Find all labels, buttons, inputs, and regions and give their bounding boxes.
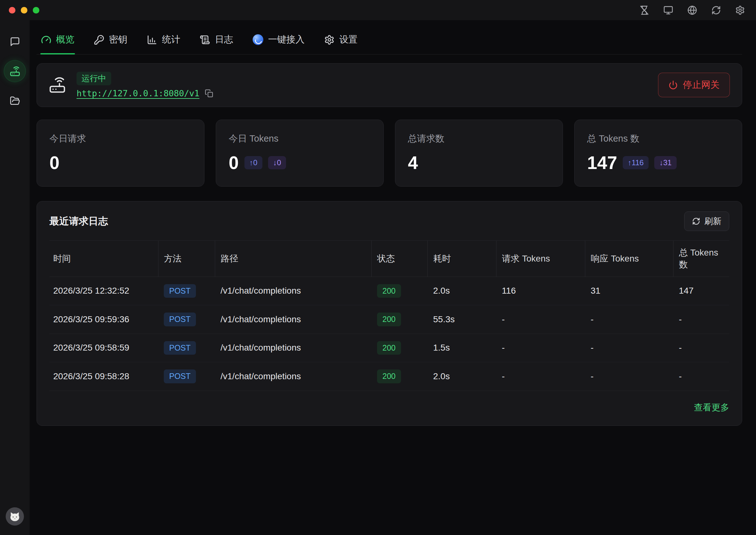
logs-header: 最近请求日志 刷新 bbox=[49, 211, 729, 231]
tab-keys[interactable]: 密钥 bbox=[93, 33, 128, 54]
gear-icon bbox=[735, 5, 745, 15]
hourglass-off-icon bbox=[639, 5, 649, 15]
cell-path: /v1/chat/completions bbox=[215, 334, 371, 362]
tab-settings[interactable]: 设置 bbox=[323, 33, 358, 54]
cell-method: POST bbox=[158, 334, 215, 362]
cell-time: 2026/3/25 09:58:59 bbox=[49, 334, 158, 362]
tab-overview[interactable]: 概览 bbox=[40, 33, 75, 54]
sidebar bbox=[0, 20, 30, 535]
col-time: 时间 bbox=[49, 240, 158, 277]
tab-stats[interactable]: 统计 bbox=[146, 33, 181, 54]
cell-res-tokens: - bbox=[585, 305, 673, 334]
user-avatar[interactable] bbox=[6, 507, 24, 525]
cell-res-tokens: - bbox=[585, 334, 673, 362]
minimize-window-button[interactable] bbox=[21, 7, 27, 14]
cell-path: /v1/chat/completions bbox=[215, 305, 371, 334]
method-badge: POST bbox=[164, 370, 196, 383]
stat-label: 今日请求 bbox=[49, 132, 192, 145]
log-table-row[interactable]: 2026/3/25 09:58:28 POST /v1/chat/complet… bbox=[49, 362, 729, 391]
cell-path: /v1/chat/completions bbox=[215, 277, 371, 305]
stat-value: 0 bbox=[49, 154, 60, 172]
log-table-row[interactable]: 2026/3/25 09:59:36 POST /v1/chat/complet… bbox=[49, 305, 729, 334]
bar-chart-icon bbox=[147, 35, 157, 45]
gateway-status-left: 运行中 http://127.0.0.1:8080/v1 bbox=[49, 72, 658, 99]
main-content: 概览 密钥 统计 日志 一键接入 bbox=[30, 20, 756, 535]
refresh-label: 刷新 bbox=[704, 215, 721, 227]
cell-res-tokens: 31 bbox=[585, 277, 673, 305]
logs-icon bbox=[200, 35, 210, 45]
status-code-badge: 200 bbox=[377, 313, 401, 326]
tab-label: 密钥 bbox=[109, 33, 127, 46]
stat-value: 0 bbox=[229, 154, 239, 172]
sidebar-item-chat[interactable] bbox=[6, 33, 24, 50]
folder-open-icon bbox=[10, 96, 20, 106]
stat-card-today-requests: 今日请求 0 bbox=[37, 120, 204, 186]
app-logo-icon bbox=[253, 34, 263, 45]
hourglass-off-button[interactable] bbox=[639, 5, 650, 15]
cell-duration: 1.5s bbox=[428, 334, 496, 362]
message-square-icon bbox=[10, 37, 20, 47]
app-settings-button[interactable] bbox=[735, 5, 745, 15]
cell-total-tokens: - bbox=[673, 305, 729, 334]
app-window: 概览 密钥 统计 日志 一键接入 bbox=[0, 0, 756, 535]
cell-path: /v1/chat/completions bbox=[215, 362, 371, 391]
cell-req-tokens: 116 bbox=[496, 277, 585, 305]
titlebar-actions bbox=[639, 5, 745, 15]
cell-total-tokens: 147 bbox=[673, 277, 729, 305]
stat-value: 4 bbox=[408, 154, 418, 172]
cat-avatar-icon bbox=[8, 510, 22, 523]
tab-quick-connect[interactable]: 一键接入 bbox=[252, 33, 305, 54]
cell-method: POST bbox=[158, 305, 215, 334]
logs-table: 时间 方法 路径 状态 耗时 请求 Tokens 响应 Tokens 总 Tok… bbox=[49, 240, 729, 391]
stat-value-row: 0 bbox=[49, 154, 192, 172]
titlebar bbox=[0, 0, 756, 20]
refresh-app-button[interactable] bbox=[711, 5, 721, 15]
close-window-button[interactable] bbox=[9, 7, 15, 14]
sidebar-item-gateway[interactable] bbox=[4, 60, 25, 82]
stat-label: 总请求数 bbox=[408, 132, 550, 145]
cell-duration: 2.0s bbox=[428, 277, 496, 305]
stat-card-total-requests: 总请求数 4 bbox=[395, 120, 563, 186]
tab-label: 设置 bbox=[339, 33, 357, 46]
method-badge: POST bbox=[164, 341, 196, 355]
log-table-row[interactable]: 2026/3/25 09:58:59 POST /v1/chat/complet… bbox=[49, 334, 729, 362]
logs-footer: 查看更多 bbox=[49, 402, 729, 413]
view-more-link[interactable]: 查看更多 bbox=[694, 402, 729, 413]
key-icon bbox=[94, 35, 104, 45]
gateway-status-card: 运行中 http://127.0.0.1:8080/v1 停止网关 bbox=[37, 63, 742, 107]
col-total-tokens: 总 Tokens 数 bbox=[673, 240, 729, 277]
stat-value-row: 147 ↑116 ↓31 bbox=[587, 154, 729, 172]
stat-value-row: 0 ↑0 ↓0 bbox=[229, 154, 371, 172]
monitor-button[interactable] bbox=[663, 5, 674, 15]
sidebar-item-files[interactable] bbox=[6, 92, 24, 109]
logs-table-header-row: 时间 方法 路径 状态 耗时 请求 Tokens 响应 Tokens 总 Tok… bbox=[49, 240, 729, 277]
status-code-badge: 200 bbox=[377, 341, 401, 355]
method-badge: POST bbox=[164, 284, 196, 298]
stop-gateway-button[interactable]: 停止网关 bbox=[658, 73, 730, 97]
log-table-row[interactable]: 2026/3/25 12:32:52 POST /v1/chat/complet… bbox=[49, 277, 729, 305]
gateway-url-row: http://127.0.0.1:8080/v1 bbox=[76, 88, 214, 99]
power-icon bbox=[668, 80, 678, 90]
traffic-lights bbox=[9, 7, 39, 14]
col-req-tokens: 请求 Tokens bbox=[496, 240, 585, 277]
cell-status: 200 bbox=[371, 334, 428, 362]
copy-url-button[interactable] bbox=[204, 88, 214, 99]
cell-status: 200 bbox=[371, 277, 428, 305]
col-status: 状态 bbox=[371, 240, 428, 277]
globe-button[interactable] bbox=[687, 5, 697, 15]
tab-logs[interactable]: 日志 bbox=[199, 33, 234, 54]
cell-time: 2026/3/25 09:58:28 bbox=[49, 362, 158, 391]
stat-label: 总 Tokens 数 bbox=[587, 132, 729, 145]
tab-label: 一键接入 bbox=[268, 33, 305, 46]
cell-time: 2026/3/25 09:59:36 bbox=[49, 305, 158, 334]
col-duration: 耗时 bbox=[428, 240, 496, 277]
zoom-window-button[interactable] bbox=[33, 7, 39, 14]
gateway-status-info: 运行中 http://127.0.0.1:8080/v1 bbox=[76, 72, 214, 99]
gateway-url-link[interactable]: http://127.0.0.1:8080/v1 bbox=[76, 88, 199, 98]
refresh-logs-button[interactable]: 刷新 bbox=[684, 211, 729, 231]
stats-row: 今日请求 0 今日 Tokens 0 ↑0 ↓0 总请求数 bbox=[37, 120, 742, 186]
cell-total-tokens: - bbox=[673, 334, 729, 362]
recent-logs-card: 最近请求日志 刷新 时间 方法 路径 bbox=[37, 201, 742, 426]
cell-req-tokens: - bbox=[496, 362, 585, 391]
stop-gateway-label: 停止网关 bbox=[683, 79, 719, 91]
